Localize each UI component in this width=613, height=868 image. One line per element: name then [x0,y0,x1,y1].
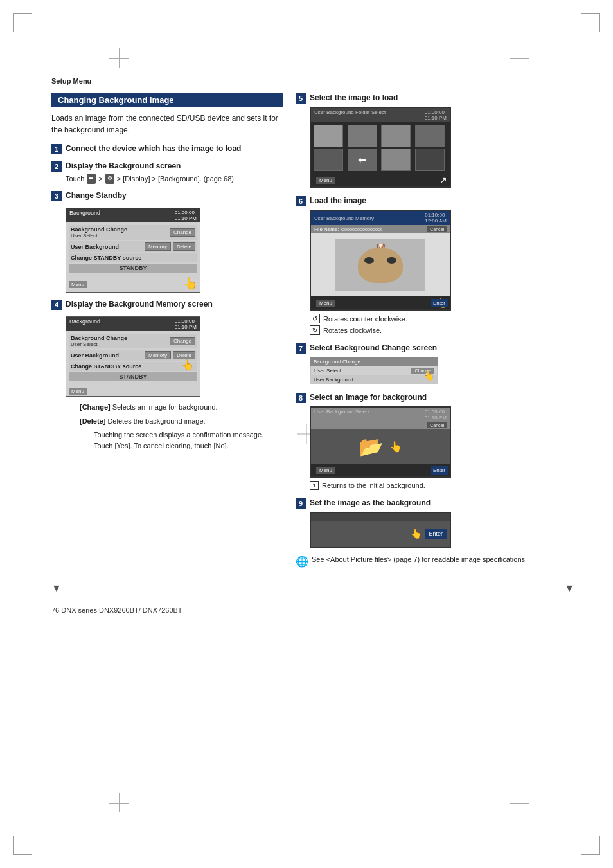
intro-text: Loads an image from the connected SD/USB… [51,113,283,136]
screen-4-row2: User Background Memory Delete [69,350,197,361]
step-7: 7 Select Background Change screen Backgr… [296,343,574,384]
screen-4-menu[interactable]: Menu [69,388,87,395]
step-4-text: Display the Background Memory screen [66,299,213,310]
step-5: 5 Select the image to load User Backgrou… [296,93,574,188]
screen-4-body: Background Change User Select Change Use… [66,331,200,384]
step-2: 2 Display the Background screen Touch ⬅ … [51,161,283,184]
screen-8-menu[interactable]: Menu [316,467,335,474]
screen-3-menu[interactable]: Menu [69,281,87,288]
screen-8: User Background Select 01:00:0001:10 PM … [310,406,451,478]
screen-8-body: 📂 👆 [311,429,450,464]
img-cell-arrow[interactable]: ⬅ [348,149,377,171]
step-6-text: Load the image [310,195,366,206]
screen-3-memory-btn[interactable]: Memory [145,242,171,251]
screen-6-enter-btn[interactable]: Enter [431,299,448,307]
corner-mark-bl [13,836,32,855]
screen-5: User Background Folder Select 01:00:0001… [310,107,451,188]
screen-4-time: 01:00:0001:10 PM [175,318,197,330]
touch-icon-2: ⚙ [105,174,114,184]
step-8-header: 8 Select an image for background [296,392,574,403]
step-8-num: 8 [296,393,306,403]
screen-8-time: 01:00:0001:10 PM [425,409,447,420]
screen-9-body: 👆 Enter [311,521,450,547]
screen-3-change-btn[interactable]: Change [170,228,195,237]
dog-face [358,248,403,283]
screen-5-menu[interactable]: Menu [316,177,335,184]
screen-8-note: 1 Returns to the initial background. [310,481,574,490]
step-9-header: 9 Set the image as the background [296,498,574,509]
step-7-num: 7 [296,343,306,354]
rotate-ccw-note: ↺ Rotates counter clockwise. [310,314,574,323]
step-6-header: 6 Load the image [296,195,574,206]
section-title: Changing Background image [51,93,283,107]
screen-8-cancel-btn[interactable]: Cancel [427,422,447,428]
corner-mark-tl [13,13,32,32]
img-cell-2[interactable] [348,125,377,147]
step-9-text: Set the image as the background [310,498,431,509]
screen-7-row: User Select Change [311,366,437,375]
crosshair-bl-v [119,793,120,812]
footnote-text: See <About Picture files> (page 7) for r… [312,554,527,565]
step-7-text: Select Background Change screen [310,343,437,354]
crosshair-br-v [520,793,520,812]
globe-icon: 🌐 [296,554,308,570]
screen-4-row1: Background Change User Select Change [69,334,197,348]
screen-4: Background 01:00:0001:10 PM Background C… [66,316,200,397]
step-6-num: 6 [296,196,306,206]
screen-7-header: Background Change [310,357,438,366]
step-8-text: Select an image for background [310,392,427,403]
screen-6-header: User Background Memory 01:10:0012:00 AM [311,211,450,225]
crosshair-tr-v [520,48,520,68]
step-5-text: Select the image to load [310,93,398,104]
screen-3-standby[interactable]: STANDBY [69,264,197,273]
notes-section: [Change] [Change] Selects an image for b… [66,402,283,451]
touch-hand-4: 👆 [181,359,194,371]
screen-6: User Background Memory 01:10:0012:00 AM … [310,210,451,311]
img-cell-3[interactable] [381,125,411,147]
screen-4-title: Background [69,318,100,330]
screen-4-row3: Change STANDBY source 👆 [69,362,197,371]
note-delete-2: Touching the screen displays a confirmat… [94,429,283,451]
step-2-text: Display the Background screen [66,161,234,172]
right-column: 5 Select the image to load User Backgrou… [296,93,574,577]
img-cell-4[interactable] [415,125,445,147]
crosshair-v [306,424,307,444]
screen-3: Background 01:00:0001:10 PM Background C… [66,208,200,293]
screen-9: 👆 Enter [310,512,451,548]
img-cell-7[interactable] [415,149,445,171]
screen-7-row-label: User Select [314,368,341,374]
img-cell-5[interactable] [314,149,343,171]
note-change: [Change] [Change] Selects an image for b… [80,402,283,413]
screen-8-enter-btn[interactable]: Enter [431,466,448,475]
step-4: 4 Display the Background Memory screen [51,299,283,310]
img-cell-1[interactable] [314,125,343,147]
step-3-text: Change Standby [66,190,127,201]
arrow-down-left: ▼ [51,583,62,594]
rotate-ccw-text: Rotates counter clockwise. [323,315,407,323]
screen-6-time: 01:10:0012:00 AM [425,212,447,224]
screen-6-menu[interactable]: Menu [316,300,335,307]
screen-6-title: User Background Memory [314,215,374,221]
screen-3-title: Background [69,210,100,221]
screen-9-enter-btn[interactable]: Enter [425,529,447,539]
screen-4-standby[interactable]: STANDBY [69,372,197,381]
touch-icon-1: ⬅ [87,174,96,184]
img-cell-6[interactable] [381,149,411,171]
section-label: Setup Menu [51,77,574,87]
screen-8-cancel-bar: Cancel [311,422,450,429]
screen-9-top [311,513,450,521]
step-6: 6 Load the image User Background Memory … [296,195,574,335]
screen-5-title: User Background Folder Select [314,109,386,121]
step-9: 9 Set the image as the background 👆 Ente… [296,498,574,570]
rotate-cw-icon: ↻ [310,325,320,335]
screen-3-delete-btn[interactable]: Delete [173,242,195,251]
screen-4-memory-btn[interactable]: Memory [145,351,171,359]
screen-4-change-btn[interactable]: Change [170,337,195,345]
step-2-num: 2 [51,161,62,172]
arrow-down-right: ▼ [564,583,574,594]
screen-6-cancel-btn[interactable]: Cancel [427,226,447,232]
rotate-cw-note: ↻ Rotates clockwise. [310,325,574,335]
screen-3-row3: Change STANDBY source [69,253,197,262]
crosshair-tl-v [119,48,120,68]
touch-hand-icon-3: 👆 [183,276,197,291]
